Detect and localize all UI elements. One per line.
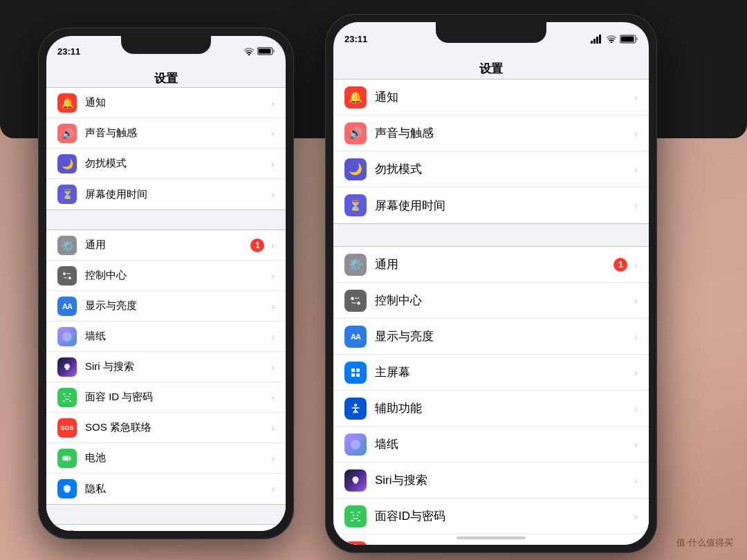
chevron-icon: ›	[634, 367, 638, 378]
svg-point-14	[68, 395, 70, 397]
svg-rect-41	[358, 520, 360, 521]
svg-rect-32	[351, 368, 355, 372]
list-item[interactable]: ⏳ 屏幕使用时间 ›	[333, 187, 649, 223]
wallpaper-label: 墙纸	[375, 436, 631, 452]
list-item[interactable]: 🔔 通知 ›	[333, 80, 649, 115]
section-3-small: iTunes Store 与 App Store ›	[46, 524, 286, 531]
list-item[interactable]: 控制中心 ›	[333, 283, 649, 319]
svg-rect-9	[63, 393, 65, 395]
svg-point-29	[357, 301, 360, 305]
section-2-large: ⚙️ 通用 1 › 控制中心 › AA 显示与亮度 ›	[333, 246, 649, 545]
list-item[interactable]: Siri 与搜索 ›	[46, 352, 286, 382]
svg-point-24	[611, 41, 613, 43]
list-item[interactable]: iTunes Store 与 App Store ›	[46, 525, 286, 531]
notification-label: 通知	[85, 96, 268, 109]
wallpaper-label: 墙纸	[85, 330, 268, 343]
svg-rect-33	[356, 368, 360, 372]
list-item[interactable]: 面容ID与密码 ›	[333, 498, 649, 534]
time-large: 23:11	[344, 34, 367, 44]
display-icon: AA	[57, 297, 77, 316]
dnd-icon: 🌙	[57, 154, 77, 174]
svg-point-0	[248, 54, 250, 55]
svg-rect-20	[591, 41, 593, 44]
list-item[interactable]: AA 显示与亮度 ›	[46, 291, 286, 321]
svg-rect-17	[64, 457, 68, 460]
chevron-icon: ›	[634, 331, 638, 342]
list-item[interactable]: 面容 ID 与密码 ›	[46, 382, 286, 413]
list-item[interactable]: 🔊 声音与触感 ›	[333, 115, 649, 151]
wallpaper-icon	[57, 327, 77, 346]
notification-label: 通知	[375, 89, 631, 105]
battery-setting-icon	[57, 449, 77, 468]
sos-label: SOS紧急联络	[375, 544, 631, 545]
homescreen-icon	[344, 362, 367, 384]
svg-rect-40	[351, 520, 353, 521]
chevron-icon: ›	[271, 97, 275, 109]
list-item[interactable]: 墙纸 ›	[333, 427, 649, 463]
phone-large: 23:11	[325, 14, 657, 553]
screentime-icon: ⏳	[344, 194, 367, 216]
general-badge: 1	[614, 258, 627, 272]
list-item[interactable]: ⏳ 屏幕使用时间 ›	[46, 179, 286, 209]
screentime-icon: ⏳	[57, 185, 77, 204]
list-item[interactable]: 🔔 通知 ›	[46, 88, 286, 118]
list-item[interactable]: 🔊 声音与触感 ›	[46, 118, 286, 149]
list-item[interactable]: 主屏幕 ›	[333, 355, 649, 391]
control-icon	[344, 290, 367, 312]
svg-rect-10	[69, 393, 71, 395]
svg-rect-27	[621, 36, 634, 41]
list-item[interactable]: 隐私 ›	[46, 474, 286, 504]
list-item[interactable]: 控制中心 ›	[46, 261, 286, 291]
svg-rect-30	[355, 297, 360, 299]
chevron-icon: ›	[271, 331, 275, 342]
svg-rect-26	[636, 37, 638, 40]
phone-small-notch	[121, 36, 211, 54]
accessibility-label: 辅助功能	[375, 400, 631, 416]
control-label: 控制中心	[85, 269, 268, 282]
chevron-icon: ›	[634, 200, 638, 211]
svg-point-36	[354, 404, 357, 407]
sos-icon: SOS	[344, 541, 367, 545]
settings-list-large: 🔔 通知 › 🔊 声音与触感 › 🌙 勿扰模式 › ⏳ 屏幕使用时间	[333, 79, 649, 545]
list-item[interactable]: ⚙️ 通用 1 ›	[333, 247, 649, 283]
phone-small-screen: 23:11 设置 🔔	[46, 36, 286, 531]
list-item[interactable]: SOS SOS 紧急联络 ›	[46, 413, 286, 443]
svg-rect-7	[64, 277, 68, 279]
list-item[interactable]: 辅助功能 ›	[333, 391, 649, 427]
display-icon: AA	[344, 326, 367, 348]
phone-small: 23:11 设置 🔔	[38, 28, 294, 539]
svg-rect-21	[593, 39, 596, 44]
svg-rect-31	[351, 302, 356, 304]
svg-point-8	[62, 332, 72, 342]
chevron-icon: ›	[634, 403, 638, 414]
chevron-icon: ›	[271, 422, 275, 433]
list-item[interactable]: 🌙 勿扰模式 ›	[333, 151, 649, 187]
chevron-icon: ›	[271, 189, 275, 200]
list-item[interactable]: 墙纸 ›	[46, 321, 286, 352]
screentime-label: 屏幕使用时间	[85, 188, 268, 201]
siri-icon	[57, 357, 77, 377]
list-item[interactable]: ⚙️ 通用 1 ›	[46, 230, 286, 261]
faceid-label: 面容 ID 与密码	[85, 391, 268, 404]
section-gap	[46, 210, 286, 230]
sound-label: 声音与触感	[85, 127, 268, 140]
chevron-icon: ›	[271, 453, 275, 464]
list-item[interactable]: 🌙 勿扰模式 ›	[46, 149, 286, 179]
list-item[interactable]: 电池 ›	[46, 443, 286, 474]
section-2-small: ⚙️ 通用 1 › 控制中心 ›	[46, 230, 286, 505]
list-item[interactable]: Siri与搜索 ›	[333, 463, 649, 498]
notification-icon: 🔔	[344, 86, 367, 109]
list-item[interactable]: AA 显示与亮度 ›	[333, 319, 649, 355]
phone-large-notch	[436, 22, 546, 43]
section-gap-large	[333, 224, 649, 246]
chevron-icon: ›	[634, 164, 638, 175]
svg-rect-6	[66, 273, 71, 274]
chevron-icon: ›	[271, 128, 275, 139]
siri-label: Siri 与搜索	[85, 360, 268, 373]
faceid-icon	[344, 505, 367, 528]
faceid-label: 面容ID与密码	[375, 508, 631, 524]
faceid-icon	[57, 388, 77, 407]
accessibility-icon	[344, 398, 367, 420]
status-icons-large	[591, 35, 638, 44]
nav-title-large: 设置	[333, 61, 649, 77]
